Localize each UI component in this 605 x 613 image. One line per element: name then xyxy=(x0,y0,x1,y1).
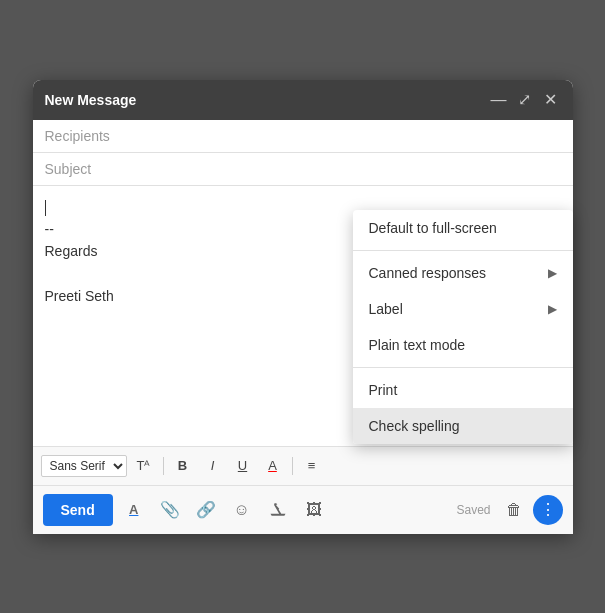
dropdown-label-print: Print xyxy=(369,382,557,398)
font-size-button[interactable]: Tᴬ xyxy=(131,453,157,479)
label-arrow-icon: ▶ xyxy=(548,302,557,316)
underline-button[interactable]: U xyxy=(230,453,256,479)
compose-window: New Message — ⤢ ✕ -- Regards Preeti Seth… xyxy=(33,80,573,534)
compose-header: New Message — ⤢ ✕ xyxy=(33,80,573,120)
more-options-button[interactable]: ⋮ xyxy=(533,495,563,525)
saved-status: Saved xyxy=(456,503,490,517)
align-button[interactable]: ≡ xyxy=(299,453,325,479)
dropdown-label-plaintext: Plain text mode xyxy=(369,337,557,353)
drive-button[interactable] xyxy=(263,495,293,525)
link-button[interactable]: 🔗 xyxy=(191,495,221,525)
trash-icon: 🗑 xyxy=(506,501,522,519)
dropdown-label-label: Label xyxy=(369,301,548,317)
drive-icon xyxy=(269,501,287,519)
italic-button[interactable]: I xyxy=(200,453,226,479)
compose-footer: Send A 📎 🔗 ☺ 🖼 Saved 🗑 ⋮ xyxy=(33,485,573,534)
recipients-field xyxy=(33,120,573,153)
compose-title: New Message xyxy=(45,92,137,108)
dropdown-item-fullscreen[interactable]: Default to full-screen xyxy=(353,210,573,246)
header-actions: — ⤢ ✕ xyxy=(489,90,561,110)
font-select[interactable]: Sans Serif xyxy=(41,455,127,477)
attachment-icon: 📎 xyxy=(160,500,180,519)
subject-field xyxy=(33,153,573,186)
canned-arrow-icon: ▶ xyxy=(548,266,557,280)
dropdown-item-label[interactable]: Label ▶ xyxy=(353,291,573,327)
dropdown-divider-2 xyxy=(353,367,573,368)
discard-button[interactable]: 🗑 xyxy=(499,495,529,525)
send-button[interactable]: Send xyxy=(43,494,113,526)
dropdown-item-print[interactable]: Print xyxy=(353,372,573,408)
emoji-icon: ☺ xyxy=(234,501,250,519)
dropdown-label-spelling: Check spelling xyxy=(369,418,557,434)
text-format-icon: A xyxy=(129,502,138,517)
toolbar-divider-1 xyxy=(163,457,164,475)
emoji-button[interactable]: ☺ xyxy=(227,495,257,525)
dropdown-label-canned: Canned responses xyxy=(369,265,548,281)
dropdown-item-plaintext[interactable]: Plain text mode xyxy=(353,327,573,363)
body-line2: Regards xyxy=(45,243,98,259)
dropdown-item-canned[interactable]: Canned responses ▶ xyxy=(353,255,573,291)
expand-button[interactable]: ⤢ xyxy=(515,90,535,110)
dropdown-divider-1 xyxy=(353,250,573,251)
attachment-button[interactable]: 📎 xyxy=(155,495,185,525)
subject-input[interactable] xyxy=(45,161,561,177)
close-button[interactable]: ✕ xyxy=(541,90,561,110)
options-dropdown: Default to full-screen Canned responses … xyxy=(353,210,573,444)
bold-button[interactable]: B xyxy=(170,453,196,479)
image-button[interactable]: 🖼 xyxy=(299,495,329,525)
recipients-input[interactable] xyxy=(45,128,561,144)
image-icon: 🖼 xyxy=(306,501,322,519)
body-line4: Preeti Seth xyxy=(45,288,114,304)
more-vert-icon: ⋮ xyxy=(540,500,556,519)
link-icon: 🔗 xyxy=(196,500,216,519)
font-color-button[interactable]: A xyxy=(260,453,286,479)
toolbar-divider-2 xyxy=(292,457,293,475)
body-line1: -- xyxy=(45,221,54,237)
formatting-toggle-button[interactable]: A xyxy=(119,495,149,525)
dropdown-label-fullscreen: Default to full-screen xyxy=(369,220,557,236)
footer-right-actions: Saved 🗑 ⋮ xyxy=(456,495,562,525)
dropdown-item-spelling[interactable]: Check spelling xyxy=(353,408,573,444)
minimize-button[interactable]: — xyxy=(489,90,509,110)
text-cursor xyxy=(45,200,46,216)
formatting-toolbar: Sans Serif Tᴬ B I U A ≡ xyxy=(33,446,573,485)
